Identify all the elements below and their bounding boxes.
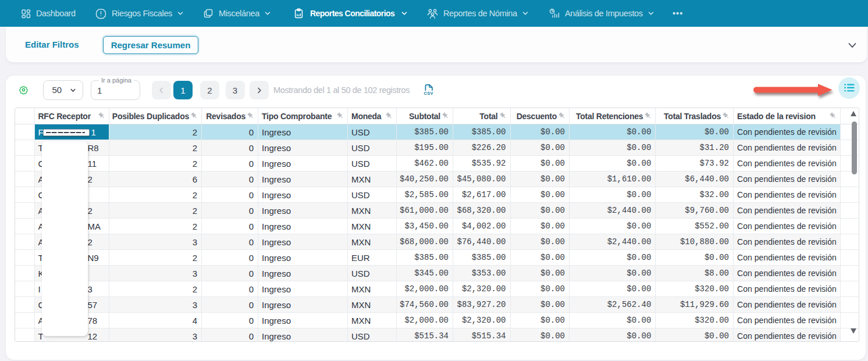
svg-text:CSV: CSV <box>424 91 433 95</box>
